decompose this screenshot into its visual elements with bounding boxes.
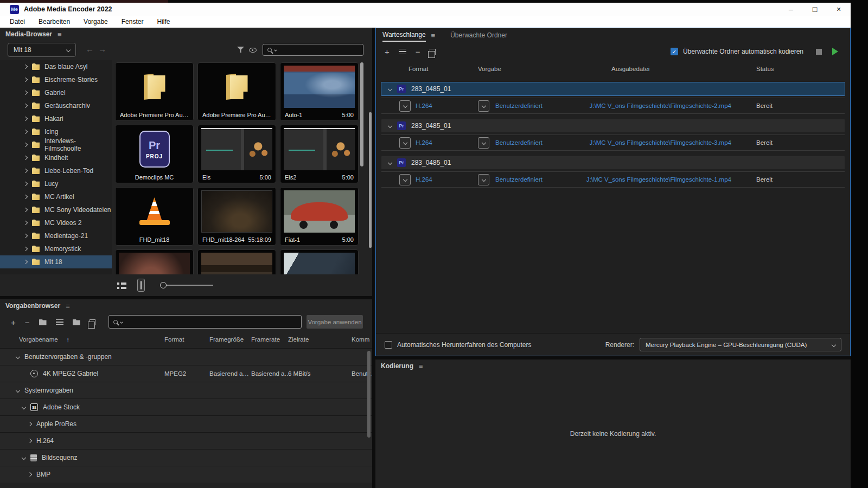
source-dropdown[interactable]: Mit 18 [8,43,76,57]
menu-item-fenster[interactable]: Fenster [122,18,144,25]
tree-item[interactable]: Medientage-21 [0,229,112,242]
preset-scrollbar[interactable] [367,351,371,438]
media-tile[interactable] [280,249,359,274]
minimize-button[interactable]: – [779,3,803,16]
tree-item[interactable]: Memorystick [0,242,112,255]
output-file-link[interactable]: J:\MC V_sons Filmgeschichte\Filmgeschich… [544,176,731,183]
preset-dropdown-button[interactable] [478,137,489,149]
media-tile[interactable]: FHD_mit18 [115,187,194,246]
close-button[interactable]: × [827,3,851,16]
tree-item[interactable]: Lucy [0,177,112,190]
media-tile[interactable]: Fiat-15:00 [280,187,359,246]
tree-item[interactable]: Liebe-Leben-Tod [0,164,112,177]
list-view-icon[interactable] [117,282,126,289]
start-queue-icon[interactable] [832,48,838,55]
menu-item-datei[interactable]: Datei [10,18,25,25]
format-dropdown-button[interactable] [399,174,411,185]
media-tile[interactable]: Eis5:00 [197,125,276,183]
menu-item-bearbeiten[interactable]: Bearbeiten [39,18,70,25]
back-icon[interactable]: ← [86,44,94,54]
media-tile[interactable]: PrPROJDemoclips MC [115,125,194,183]
thumbnail-view-icon[interactable] [137,279,145,292]
preset-row[interactable]: 4K MPEG2 GabrielMPEG2Basierend a…Basiere… [0,365,372,382]
panel-menu-icon[interactable]: ≡ [431,31,436,40]
remove-source-icon[interactable]: − [416,48,420,56]
preview-eye-icon[interactable] [249,48,257,53]
chevron-down-icon[interactable] [16,355,20,359]
sort-ascending-icon[interactable]: ↑ [66,336,69,344]
column-framerate[interactable]: Framerate [251,336,280,343]
preset-row[interactable]: H.264 [0,432,372,449]
auto-encode-checkbox[interactable]: ✓ [671,48,678,55]
preset-row[interactable]: BMP [0,466,372,483]
preset-dropdown-button[interactable] [478,100,489,112]
apply-preset-button[interactable]: Vorgabe anwenden [307,315,363,329]
thumbnail-zoom-slider[interactable] [160,282,213,288]
format-link[interactable]: H.264 [416,139,432,146]
tab-watch-folders[interactable]: Überwachte Ordner [450,31,507,39]
media-search-input[interactable] [263,44,363,56]
grid-scrollbar[interactable] [360,62,363,166]
forward-icon[interactable]: → [98,44,106,54]
new-group-icon[interactable] [39,319,47,325]
panel-menu-icon[interactable]: ≡ [66,302,70,310]
chevron-down-icon[interactable] [16,388,20,393]
tree-item[interactable]: Icing [0,125,112,138]
maximize-button[interactable]: □ [803,3,827,16]
output-file-link[interactable]: J:\MC V_ons Filmgeschichte\Filmgeschicht… [544,139,731,146]
tree-scrollbar[interactable] [369,112,372,248]
duplicate-icon[interactable] [430,49,436,55]
tree-item[interactable]: Gabriel [0,86,112,99]
column-comment[interactable]: Komm [352,336,369,343]
preset-row[interactable]: Apple ProRes [0,415,372,432]
column-preset-name[interactable]: Vorgabename [19,336,58,343]
queue-settings-icon[interactable] [399,49,406,55]
tree-item[interactable]: Kindheit [0,151,112,164]
media-tile[interactable] [197,249,276,274]
queue-source-row[interactable]: Pr283_0485_01 [381,156,845,169]
stop-queue-icon[interactable] [816,49,822,55]
preset-link[interactable]: Benutzerdefiniert [495,139,542,146]
column-format[interactable]: Format [164,336,184,343]
format-dropdown-button[interactable] [399,100,411,112]
output-file-link[interactable]: J:\MC V_ons Filmgeschichte\Filmgeschicht… [544,102,731,109]
format-link[interactable]: H.264 [416,176,432,183]
tree-item[interactable]: MC Artikel [0,190,112,203]
chevron-down-icon[interactable] [22,405,26,409]
tree-item[interactable]: Das blaue Asyl [0,60,112,73]
preset-row[interactable]: Bildsequenz [0,449,372,466]
queue-output-row[interactable]: H.264BenutzerdefiniertJ:\MC V_ons Filmge… [381,134,845,151]
tab-queue[interactable]: Warteschlange [382,31,426,42]
preset-row[interactable]: StAdobe Stock [0,399,372,415]
preset-row[interactable]: Systemvorgaben [0,382,372,399]
chevron-right-icon[interactable] [28,422,32,426]
queue-source-row[interactable]: Pr283_0485_01 [381,82,845,95]
chevron-right-icon[interactable] [28,472,32,477]
chevron-down-icon[interactable] [388,87,392,91]
tree-item[interactable]: Interviews-Filmschoolfe [0,138,112,151]
column-bitrate[interactable]: Zielrate [288,336,309,343]
auto-shutdown-checkbox[interactable] [385,341,392,349]
tree-item[interactable]: Geräuscharchiv [0,99,112,112]
format-dropdown-button[interactable] [399,137,411,149]
format-link[interactable]: H.264 [416,102,432,109]
queue-output-row[interactable]: H.264BenutzerdefiniertJ:\MC V_sons Filmg… [381,171,845,188]
media-tile[interactable]: Adobe Premiere Pro Aud… [115,62,194,121]
media-tile[interactable]: FHD_mit18-26455:18:09 [197,187,276,246]
panel-menu-icon[interactable]: ≡ [419,362,423,370]
media-tile[interactable]: Adobe Premiere Pro Aut… [197,62,276,121]
add-source-icon[interactable]: + [385,48,390,56]
preset-link[interactable]: Benutzerdefiniert [495,176,542,183]
preset-dropdown-button[interactable] [478,174,489,185]
preset-link[interactable]: Benutzerdefiniert [495,102,542,109]
tree-item[interactable]: Hakari [0,112,112,125]
filter-icon[interactable] [237,47,244,53]
duplicate-preset-icon[interactable] [90,319,95,325]
column-framesize[interactable]: Framegröße [209,336,244,343]
chevron-right-icon[interactable] [28,439,32,443]
tree-item[interactable]: Mit 18 [0,255,112,268]
media-tile[interactable]: Auto-15:00 [280,62,359,121]
media-tile[interactable] [115,249,194,274]
media-tile[interactable]: Eis25:00 [280,125,359,183]
import-preset-icon[interactable] [73,319,80,325]
